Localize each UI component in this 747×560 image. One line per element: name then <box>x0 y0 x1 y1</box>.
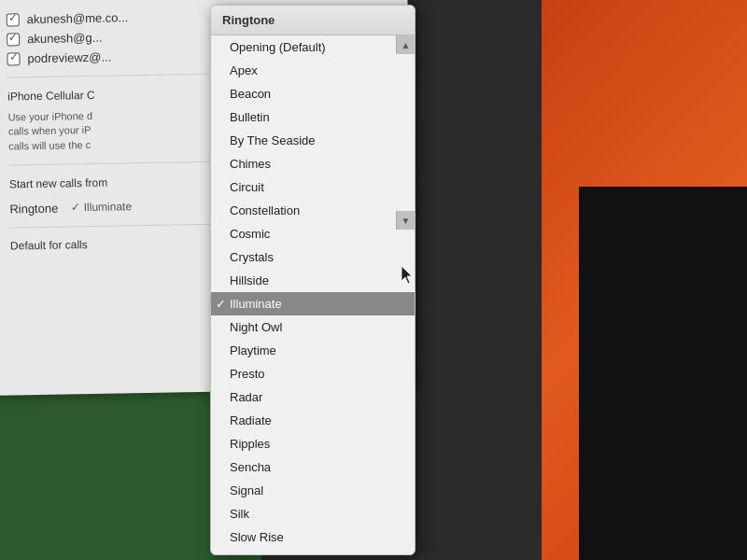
dropdown-item-16[interactable]: Radiate <box>211 409 415 432</box>
start-new-calls-label: Start new calls from <box>9 175 108 193</box>
dropdown-item-19[interactable]: Signal <box>211 479 415 502</box>
scroll-down-arrow[interactable]: ▼ <box>396 211 415 230</box>
dropdown-item-3[interactable]: Bulletin <box>211 105 415 129</box>
dropdown-item-5[interactable]: Chimes <box>211 152 415 175</box>
dropdown-item-12[interactable]: Night Owl <box>211 315 415 339</box>
ringtone-dropdown[interactable]: Ringtone Opening (Default)ApexBeaconBull… <box>210 5 416 555</box>
dropdown-item-7[interactable]: Constellation <box>211 199 415 222</box>
ringtone-label: Ringtone <box>9 201 58 216</box>
account-label-3: podreviewz@... <box>27 50 111 66</box>
checkbox-1[interactable] <box>7 13 20 26</box>
checkbox-2[interactable] <box>7 33 20 46</box>
dropdown-item-17[interactable]: Ripples <box>211 432 415 455</box>
checkbox-3[interactable] <box>7 52 20 65</box>
dropdown-item-20[interactable]: Silk <box>211 502 415 525</box>
dropdown-item-8[interactable]: Cosmic <box>211 222 415 245</box>
dropdown-item-15[interactable]: Radar <box>211 385 415 409</box>
background-dark <box>579 187 747 560</box>
dropdown-item-9[interactable]: Crystals <box>211 245 415 269</box>
dropdown-item-0[interactable]: Opening (Default) <box>211 35 415 59</box>
account-label-1: akunesh@me.co... <box>27 10 129 26</box>
dropdown-item-11[interactable]: Illuminate <box>211 292 415 315</box>
dropdown-item-4[interactable]: By The Seaside <box>211 129 415 152</box>
dropdown-header: Ringtone <box>211 6 415 35</box>
scroll-up-arrow[interactable]: ▲ <box>396 35 415 54</box>
default-for-calls-label: Default for calls <box>10 238 88 252</box>
dropdown-item-14[interactable]: Presto <box>211 362 415 385</box>
dropdown-item-18[interactable]: Sencha <box>211 455 415 479</box>
account-label-2: akunesh@g... <box>27 31 103 46</box>
dropdown-item-21[interactable]: Slow Rise <box>211 525 415 549</box>
dropdown-item-10[interactable]: Hillside <box>211 269 415 292</box>
dropdown-item-2[interactable]: Beacon <box>211 82 415 105</box>
dropdown-item-13[interactable]: Playtime <box>211 339 415 362</box>
dropdown-item-22[interactable]: Stargaze <box>211 549 415 554</box>
dropdown-list[interactable]: Opening (Default)ApexBeaconBulletinBy Th… <box>211 35 415 554</box>
dropdown-item-1[interactable]: Apex <box>211 59 415 82</box>
ringtone-value: ✓ Illuminate <box>71 200 132 214</box>
dropdown-item-6[interactable]: Circuit <box>211 175 415 199</box>
